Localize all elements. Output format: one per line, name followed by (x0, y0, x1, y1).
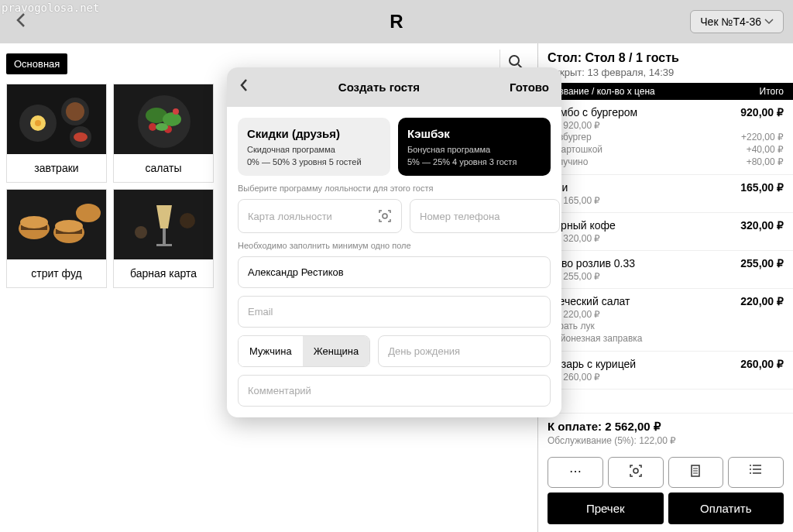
pay-button[interactable]: Оплатить (668, 493, 784, 524)
svg-point-7 (66, 102, 84, 121)
chevron-left-icon (239, 78, 249, 92)
category-salads[interactable]: салаты (113, 84, 214, 183)
service-charge: Обслуживание (5%): 122,00 ₽ (548, 435, 784, 446)
comment-input[interactable] (238, 375, 551, 407)
order-item[interactable]: Греческий салат220,00 ₽ 1 × 220,00 ₽ Убр… (538, 289, 793, 352)
svg-rect-27 (163, 228, 166, 244)
svg-point-24 (55, 220, 83, 232)
create-guest-modal: Создать гостя Готово Скидки (друзья) Ски… (227, 67, 561, 417)
svg-point-21 (20, 216, 48, 228)
check-selector[interactable]: Чек №Т4-36 (690, 10, 784, 33)
logo: R (390, 11, 403, 33)
svg-point-14 (149, 123, 156, 131)
gender-female[interactable]: Женщина (303, 336, 370, 366)
svg-point-40 (750, 469, 751, 470)
precheck-button[interactable]: Пречек (548, 493, 664, 524)
modal-back-button[interactable] (239, 78, 249, 96)
svg-point-16 (173, 108, 179, 115)
order-item[interactable]: Пиво розлив 0.33255,00 ₽ 1 × 255,00 ₽ (538, 251, 793, 289)
svg-point-17 (156, 123, 168, 131)
order-opened: Открыт: 13 февраля, 14:39 (548, 67, 784, 78)
category-label: салаты (114, 154, 213, 182)
program-discounts[interactable]: Скидки (друзья) Скидочная программа 0% —… (238, 118, 390, 176)
svg-point-5 (35, 120, 41, 126)
order-item[interactable]: Цезарь с курицей260,00 ₽ 1 × 260,00 ₽ (538, 352, 793, 390)
phone-input[interactable] (410, 199, 560, 233)
svg-point-39 (750, 465, 751, 466)
modal-done-button[interactable]: Готово (510, 81, 549, 94)
name-input[interactable] (238, 256, 551, 288)
svg-point-31 (633, 469, 638, 473)
category-streetfood[interactable]: стрит фуд (6, 189, 107, 288)
order-item[interactable]: Комбо с бургером920,00 ₽ 1 × 920,00 ₽ Чи… (538, 100, 793, 175)
svg-point-9 (74, 132, 88, 142)
program-cashback[interactable]: Кэшбэк Бонусная программа 5% — 25% 4 уро… (398, 118, 551, 176)
receipt-icon (689, 464, 702, 478)
svg-point-30 (135, 226, 147, 239)
program-hint: Выберите программу лояльности для этого … (238, 184, 551, 193)
order-item[interactable]: Фри165,00 ₽ 1 × 165,00 ₽ (538, 175, 793, 213)
category-label: барная карта (114, 259, 213, 287)
order-panel: Стол: Стол 8 / 1 гость Открыт: 13 феврал… (537, 43, 793, 532)
modal-title: Создать гостя (249, 81, 510, 94)
category-bar[interactable]: барная карта (113, 189, 214, 288)
category-label: стрит фуд (7, 259, 106, 287)
category-label: завтраки (7, 154, 106, 182)
tab-main[interactable]: Основная (6, 53, 67, 74)
svg-point-29 (180, 213, 195, 228)
scan-icon[interactable] (378, 209, 392, 223)
svg-point-25 (76, 204, 101, 222)
gender-male[interactable]: Мужчина (239, 336, 303, 366)
receipt-button[interactable] (668, 457, 724, 488)
order-items: Комбо с бургером920,00 ₽ 1 × 920,00 ₽ Чи… (538, 100, 793, 413)
category-breakfast[interactable]: завтраки (6, 84, 107, 183)
birthday-input[interactable] (378, 335, 551, 367)
svg-point-42 (383, 214, 387, 218)
order-item[interactable]: Чёрный кофе320,00 ₽ 1 × 320,00 ₽ (538, 213, 793, 251)
scan-icon (629, 464, 643, 478)
chevron-down-icon (764, 19, 774, 25)
svg-point-41 (750, 472, 751, 474)
chevron-left-icon (15, 12, 26, 28)
fields-hint: Необходимо заполнить минимум одно поле (238, 241, 551, 250)
list-button[interactable] (728, 457, 784, 488)
order-title: Стол: Стол 8 / 1 гость (548, 51, 784, 65)
column-header: Название / кол-во х ценаИтого (538, 83, 793, 100)
loyalty-card-input[interactable] (238, 199, 402, 233)
more-button[interactable]: ⋯ (548, 457, 603, 488)
topbar: R Чек №Т4-36 (0, 0, 793, 43)
svg-rect-28 (156, 244, 172, 246)
watermark: pravogolosa.net (2, 2, 99, 14)
total-amount: К оплате: 2 562,00 ₽ (548, 420, 784, 434)
svg-point-0 (510, 56, 519, 65)
email-input[interactable] (238, 296, 551, 328)
scan-button[interactable] (608, 457, 664, 488)
check-label: Чек №Т4-36 (700, 15, 761, 28)
list-icon (749, 464, 763, 475)
